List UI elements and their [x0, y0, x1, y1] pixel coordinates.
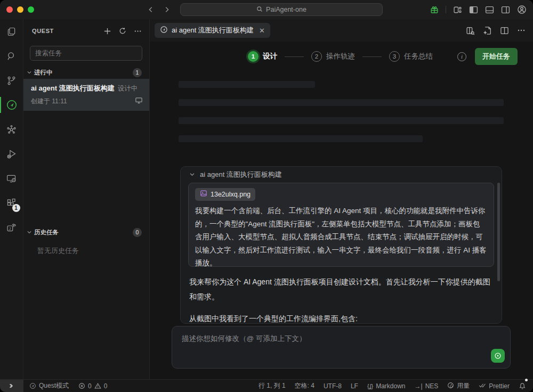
quest-mode-status[interactable]: Quest模式: [26, 380, 72, 392]
activity-bar: 1 J: [0, 19, 23, 379]
chevron-down-icon: [189, 170, 195, 179]
start-task-button[interactable]: 开始任务: [475, 48, 518, 65]
attachment-name: 13e2ulxq.png: [211, 191, 251, 198]
step-label: 设计: [263, 52, 277, 61]
remote-indicator[interactable]: [0, 380, 23, 392]
sidebar-title: QUEST: [32, 28, 103, 34]
more-actions-icon[interactable]: [134, 27, 142, 35]
card-title: ai agent 流图执行面板构建: [200, 170, 282, 179]
step-operations[interactable]: 2 操作轨迹: [311, 51, 355, 62]
step-number: 3: [389, 51, 400, 62]
usage-status[interactable]: 用量: [443, 380, 473, 392]
notifications-bell-icon[interactable]: [515, 380, 530, 392]
search-icon: [256, 6, 263, 14]
user-message-card: 13e2ulxq.png 我要构建一个含前端、后台、工作流引擎的 AI Agen…: [188, 183, 494, 267]
tab-strip: ai agent 流图执行面板构建 ✕: [150, 19, 533, 42]
tab-task[interactable]: ai agent 流图执行面板构建 ✕: [155, 23, 270, 38]
quest-compass-icon: [160, 26, 168, 36]
extensions-icon[interactable]: 1: [0, 191, 23, 215]
send-button[interactable]: [491, 349, 505, 363]
step-summary[interactable]: 3 任务总结: [389, 51, 433, 62]
customize-layout-icon[interactable]: [453, 5, 462, 14]
svg-text:J: J: [9, 226, 11, 231]
step-label: 任务总结: [404, 52, 433, 61]
source-control-icon[interactable]: [0, 68, 23, 93]
step-design[interactable]: 1 设计: [248, 51, 277, 62]
section-label: 历史任务: [34, 228, 131, 236]
assistant-paragraph: 我来帮你为这个 AI Agent 流图执行面板项目创建设计文档。首先让我分析一下…: [189, 274, 493, 304]
quest-panel-content: 1 设计 2 操作轨迹 3 任务总结 i 开始任务: [150, 42, 533, 379]
section-count-badge: 1: [133, 68, 142, 77]
warning-count: 0: [104, 382, 108, 390]
composer-input[interactable]: [172, 326, 510, 368]
history-empty-text: 暂无历史任务: [37, 246, 149, 256]
toggle-panel-icon[interactable]: [485, 5, 494, 14]
open-changes-icon[interactable]: [466, 26, 475, 35]
card-collapse-header[interactable]: ai agent 流图执行面板构建: [181, 167, 502, 183]
section-history[interactable]: 历史任务 0: [23, 226, 149, 239]
step-number: 1: [248, 51, 259, 62]
close-window-button[interactable]: [6, 6, 13, 13]
image-icon: [200, 190, 207, 199]
account-icon[interactable]: [517, 5, 527, 14]
forward-icon[interactable]: [163, 6, 171, 13]
formatter-status[interactable]: Prettier: [475, 380, 513, 392]
explorer-icon[interactable]: [0, 19, 23, 44]
tab-label: ai agent 流图执行面板构建: [172, 26, 254, 35]
search-icon[interactable]: [0, 44, 23, 68]
encoding[interactable]: UTF-8: [320, 380, 345, 392]
step-label: 操作轨迹: [326, 52, 355, 61]
chevron-down-icon: [27, 68, 32, 77]
cursor-position[interactable]: 行 1, 列 1: [255, 380, 289, 392]
eol-sequence[interactable]: LF: [347, 380, 362, 392]
indentation[interactable]: 空格: 4: [291, 380, 318, 392]
traffic-lights: [6, 6, 34, 13]
attachment-chip[interactable]: 13e2ulxq.png: [195, 188, 255, 201]
section-count-badge: 0: [133, 228, 142, 237]
quest-panel-icon[interactable]: [0, 93, 23, 117]
cloud-sync-icon[interactable]: J: [0, 215, 23, 240]
open-preview-icon[interactable]: [483, 26, 492, 35]
step-connector: [285, 56, 304, 57]
task-status-badge: 设计中: [118, 84, 138, 93]
more-actions-icon[interactable]: [517, 26, 526, 35]
split-editor-icon[interactable]: [500, 26, 509, 35]
section-in-progress[interactable]: 进行中 1: [23, 66, 149, 79]
skeleton-bar: [179, 81, 315, 88]
new-task-icon[interactable]: [103, 27, 111, 35]
remote-explorer-icon[interactable]: [0, 166, 23, 191]
command-center-search[interactable]: PaiAgent-one: [180, 3, 383, 16]
task-list-item[interactable]: ai agent 流图执行面板构建 设计中 创建于 11:11: [23, 79, 149, 111]
card-scrollbar[interactable]: [497, 183, 500, 281]
vscode-window: PaiAgent-one: [0, 0, 533, 392]
titlebar: PaiAgent-one: [0, 0, 533, 19]
run-debug-icon[interactable]: [0, 142, 23, 166]
refresh-icon[interactable]: [119, 27, 126, 35]
skeleton-bar: [179, 99, 504, 106]
toggle-primary-sidebar-icon[interactable]: [469, 5, 478, 14]
zoom-window-button[interactable]: [28, 6, 34, 13]
info-icon[interactable]: i: [457, 52, 466, 61]
minimize-window-button[interactable]: [17, 6, 23, 13]
error-count: 0: [88, 382, 92, 390]
language-mode[interactable]: {ʆ} Markdown: [364, 380, 409, 392]
skeleton-bar: [179, 135, 423, 142]
section-label: 进行中: [34, 69, 131, 77]
editor-area: ai agent 流图执行面板构建 ✕: [150, 19, 533, 379]
chevron-down-icon: [27, 227, 32, 237]
composer: [172, 326, 511, 369]
progress-steps: 1 设计 2 操作轨迹 3 任务总结 i 开始任务: [248, 42, 518, 71]
problems-status[interactable]: 0 0: [75, 380, 111, 392]
task-chat-card: ai agent 流图执行面板构建 13e2ulxq.png 我要构建一个含前端…: [180, 166, 502, 324]
back-icon[interactable]: [147, 6, 155, 13]
ai-nodes-icon[interactable]: [0, 117, 23, 142]
step-number: 2: [311, 51, 322, 62]
task-created-time: 创建于 11:11: [31, 97, 135, 106]
close-tab-icon[interactable]: ✕: [259, 27, 265, 35]
task-search-input[interactable]: [30, 46, 142, 61]
status-bar: Quest模式 0 0 行 1, 列 1 空格: 4 UTF-8 LF {ʆ} …: [0, 379, 533, 392]
nes-status[interactable]: →| NES: [411, 380, 442, 392]
toggle-secondary-sidebar-icon[interactable]: [501, 5, 510, 14]
gift-icon[interactable]: [430, 5, 439, 14]
monitor-icon[interactable]: [135, 96, 143, 107]
